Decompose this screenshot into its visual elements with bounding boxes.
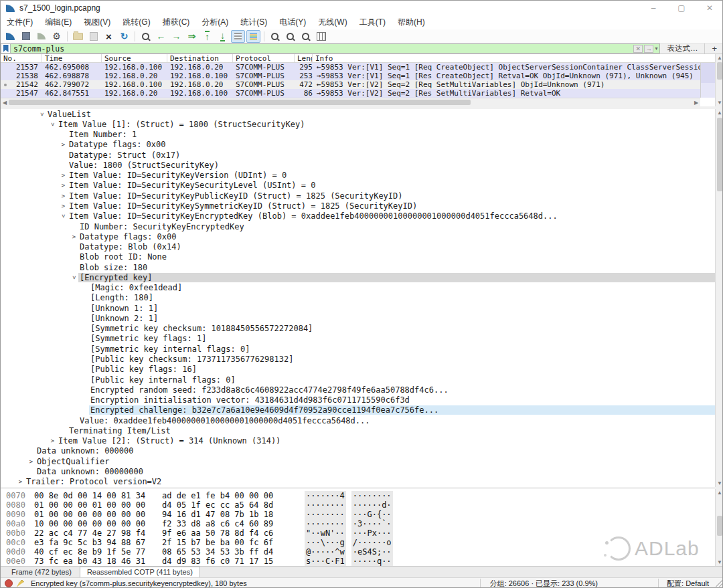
expander-icon[interactable]: > xyxy=(39,110,46,118)
tree-row[interactable]: Blob size: 180 xyxy=(1,262,715,272)
scroll-up-icon[interactable]: ▲ xyxy=(716,489,723,496)
tree-row[interactable]: >Item Value: ID=SecurityKeyVersion (UDIn… xyxy=(1,171,715,181)
tree-row[interactable]: >ObjectQualifier xyxy=(1,456,715,466)
byte-tab-frame[interactable]: Frame (472 bytes) xyxy=(5,567,78,577)
expander-icon[interactable]: > xyxy=(60,212,67,221)
tree-row[interactable]: >ValueList xyxy=(1,109,715,119)
scrollbar-thumb[interactable] xyxy=(717,62,722,80)
tree-row[interactable]: >Datatype flags: 0x00 xyxy=(1,231,715,241)
menu-wireless[interactable]: 无线(W) xyxy=(312,15,353,29)
byte-tab-reassembled-cotp[interactable]: Reassembled COTP (411 bytes) xyxy=(80,567,200,577)
zoom-out-button[interactable] xyxy=(283,30,297,43)
scroll-up-icon[interactable]: ▲ xyxy=(716,109,723,116)
tree-row[interactable]: Encryption initialisation vector: 431846… xyxy=(1,395,715,405)
scroll-up-icon[interactable]: ▲ xyxy=(716,54,723,62)
column-header-time[interactable]: Time xyxy=(42,54,102,62)
hex-row[interactable]: 00a010 00 00 00 00 00 00 00f2 33 d8 a8 c… xyxy=(1,519,715,528)
expander-icon[interactable]: > xyxy=(59,141,68,148)
restart-capture-button[interactable] xyxy=(34,30,48,43)
go-to-packet-button[interactable]: ⇒ xyxy=(185,30,199,43)
expander-icon[interactable]: > xyxy=(59,172,68,179)
expander-icon[interactable]: > xyxy=(59,203,68,209)
tree-row[interactable]: >Item Value: ID=SecurityKeySymmetricKeyI… xyxy=(1,201,715,211)
expander-icon[interactable]: > xyxy=(48,437,57,444)
go-forward-button[interactable]: → xyxy=(169,30,183,43)
column-header-destination[interactable]: Destination xyxy=(167,54,233,62)
tree-row[interactable]: [Public key checksum: 173711735677629813… xyxy=(1,354,715,364)
tree-row[interactable]: [Symmetric key internal flags: 0] xyxy=(1,344,715,354)
tree-row[interactable]: Encrypted challenge: b32e7c7a6a10e9e4609… xyxy=(1,405,715,415)
close-file-button[interactable]: × xyxy=(102,30,116,43)
column-header-leng[interactable]: Leng xyxy=(295,54,313,62)
expert-info-icon[interactable] xyxy=(5,579,13,587)
column-header-info[interactable]: Info xyxy=(313,54,723,62)
scroll-down-icon[interactable]: ▼ xyxy=(716,559,723,566)
tree-row[interactable]: Item Number: 1 xyxy=(1,130,715,140)
tree-row[interactable]: [Length: 180] xyxy=(1,293,715,303)
column-header-protocol[interactable]: Protocol xyxy=(233,54,295,62)
packet-list-hscrollbar[interactable]: ◀ ▶ xyxy=(1,98,700,106)
expander-icon[interactable]: > xyxy=(27,458,35,465)
tree-row[interactable]: [Public key internal flags: 0] xyxy=(1,375,715,385)
stop-capture-button[interactable] xyxy=(19,30,33,43)
zoom-in-button[interactable] xyxy=(268,30,282,43)
menu-telephony[interactable]: 电话(Y) xyxy=(273,15,312,29)
expander-icon[interactable]: > xyxy=(50,120,56,128)
tree-row[interactable]: Value: 1800 (StructSecurityKey) xyxy=(1,160,715,170)
menu-view[interactable]: 视图(V) xyxy=(78,15,116,29)
find-packet-button[interactable] xyxy=(139,30,153,43)
hex-row[interactable]: 00b022 ac c4 77 4e 27 98 f49f e6 aa 50 7… xyxy=(1,528,715,538)
scroll-down-icon[interactable]: ▼ xyxy=(716,480,723,487)
capture-options-button[interactable]: ⚙ xyxy=(50,30,64,43)
tree-row[interactable]: [Public key flags: 16] xyxy=(1,365,715,375)
scroll-left-icon[interactable]: ◀ xyxy=(1,98,9,106)
save-file-button[interactable] xyxy=(86,30,100,43)
menu-analyze[interactable]: 分析(A) xyxy=(195,15,234,29)
hex-row[interactable]: 007000 8e 0d 00 14 00 81 34ad de e1 fe b… xyxy=(1,491,715,500)
tree-row[interactable]: >Item Value [2]: (Struct) = 314 (Unknown… xyxy=(1,436,715,446)
tree-row[interactable]: Data unknown: 00000000 xyxy=(1,466,715,476)
tree-row[interactable]: >[Encrypted key] xyxy=(1,272,715,282)
scroll-down-icon[interactable]: ▼ xyxy=(716,99,723,106)
packet-row[interactable]: 21547462.847551192.168.0.20192.168.0.100… xyxy=(1,89,700,98)
menu-tools[interactable]: 工具(T) xyxy=(353,15,392,29)
expander-icon[interactable]: > xyxy=(16,478,25,485)
tree-row[interactable]: Datatype: Blob (0x14) xyxy=(1,241,715,252)
scrollbar-thumb[interactable] xyxy=(717,118,722,191)
open-file-button[interactable] xyxy=(71,30,85,43)
go-back-button[interactable]: ← xyxy=(154,30,168,43)
detail-vscrollbar[interactable]: ▲ ▼ xyxy=(715,109,723,487)
tree-row[interactable]: >Item Value: ID=SecurityKeyPublicKeyID (… xyxy=(1,191,715,201)
hex-row[interactable]: 009001 00 00 00 00 00 00 0094 16 d1 47 0… xyxy=(1,510,715,519)
tree-row[interactable]: Value: 0xaddee1feb4000000010000000100000… xyxy=(1,415,715,425)
menu-capture[interactable]: 捕获(C) xyxy=(157,15,196,29)
tree-row[interactable]: [Unknown 2: 1] xyxy=(1,313,715,323)
filter-bookmark-button[interactable] xyxy=(1,43,11,54)
column-header-no[interactable]: No. xyxy=(1,54,42,62)
go-last-packet-button[interactable]: ↓ xyxy=(216,30,230,43)
scrollbar-thumb[interactable] xyxy=(9,100,471,105)
hex-row[interactable]: 008001 00 00 00 01 00 00 00d4 05 1f ec c… xyxy=(1,500,715,510)
menu-help[interactable]: 帮助(H) xyxy=(392,15,431,29)
tree-row[interactable]: >Item Value [1]: (Struct) = 1800 (Struct… xyxy=(1,119,715,129)
filter-clear-button[interactable]: ✕ xyxy=(633,45,643,53)
display-filter-input[interactable]: s7comm-plus ✕ → ▾ xyxy=(11,43,660,54)
reload-file-button[interactable]: ↻ xyxy=(117,30,131,43)
expander-icon[interactable]: > xyxy=(71,273,78,282)
profile-label[interactable]: 配置: Default xyxy=(658,579,716,588)
menu-statistics[interactable]: 统计(S) xyxy=(234,15,273,29)
go-first-packet-button[interactable]: ↑ xyxy=(200,30,214,43)
filter-add-button[interactable]: + xyxy=(704,43,723,54)
packet-row[interactable]: 21537462.695008192.168.0.100192.168.0.20… xyxy=(1,63,700,72)
maximize-button[interactable]: ▢ xyxy=(667,1,696,15)
tree-row[interactable]: >Datatype flags: 0x00 xyxy=(1,140,715,150)
tree-row[interactable]: [Magic: 0xfee1dead] xyxy=(1,283,715,293)
expression-button[interactable]: 表达式… xyxy=(660,43,704,54)
packet-row[interactable]: 21542462.799072192.168.0.100192.168.0.20… xyxy=(1,80,700,89)
tree-row[interactable]: [Symmetric key checksum: 101884505565722… xyxy=(1,324,715,334)
scrollbar-thumb[interactable] xyxy=(717,516,722,536)
minimize-button[interactable]: – xyxy=(639,1,667,15)
column-header-source[interactable]: Source xyxy=(102,54,167,62)
hex-row[interactable]: 00e073 fc ea b0 43 18 46 31d4 d9 83 f6 c… xyxy=(1,557,715,566)
tree-row[interactable]: >Item Value: ID=SecurityKeySecurityLevel… xyxy=(1,181,715,191)
